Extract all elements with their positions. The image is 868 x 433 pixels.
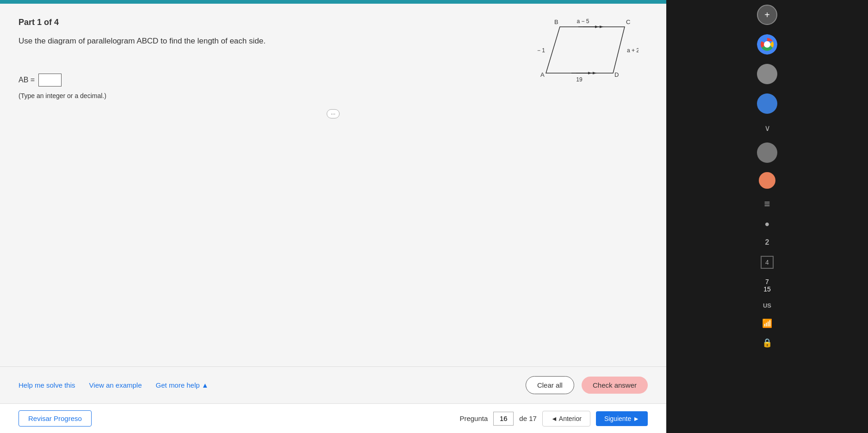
chrome-icon-gray (757, 64, 777, 84)
svg-text:A: A (540, 71, 545, 78)
clear-all-button[interactable]: Clear all (526, 376, 574, 394)
chrome-icon-colorful[interactable] (757, 34, 777, 55)
chevron-down-icon[interactable]: ∨ (764, 123, 770, 133)
get-more-help-link[interactable]: Get more help ▲ (156, 381, 209, 389)
siguiente-button[interactable]: Siguiente ► (596, 411, 648, 426)
badge-4: 4 (761, 256, 774, 269)
check-answer-button[interactable]: Check answer (582, 377, 648, 394)
right-sidebar: + ∨ ≡ ● 2 4 715 US 📶 🔒 (666, 0, 868, 433)
ab-label: AB = (19, 76, 35, 84)
pregunta-label: Pregunta (459, 414, 488, 422)
diagram: A B C D a − 5 19 2a − 1 a + 23 (537, 13, 639, 87)
anterior-button[interactable]: ◄ Anterior (542, 411, 590, 427)
svg-text:a − 5: a − 5 (577, 18, 589, 25)
page-number-input[interactable] (493, 412, 514, 426)
chrome-icon-blue (757, 93, 777, 114)
view-example-link[interactable]: View an example (89, 381, 142, 389)
us-label: US (763, 302, 771, 309)
svg-marker-0 (546, 27, 625, 73)
chrome-circle-top[interactable]: + (757, 5, 777, 25)
svg-text:C: C (626, 19, 630, 25)
svg-text:B: B (554, 19, 558, 25)
lock-icon: 🔒 (762, 338, 772, 348)
chrome-icon-gray2 (757, 142, 777, 163)
chrome-icon-orange (759, 172, 775, 189)
answer-hint: (Type an integer or a decimal.) (19, 92, 648, 99)
svg-text:19: 19 (576, 76, 583, 83)
badge-2: 2 (765, 238, 769, 247)
svg-text:a + 23: a + 23 (627, 47, 639, 54)
sidebar-number-7-15: 715 (763, 278, 771, 293)
svg-point-15 (764, 41, 770, 48)
question-text: Use the diagram of parallelogram ABCD to… (19, 37, 342, 46)
revisar-progreso-button[interactable]: Revisar Progreso (19, 410, 92, 427)
expand-dots[interactable]: ··· (327, 109, 340, 118)
dot-icon: ● (765, 219, 770, 229)
svg-text:2a − 1: 2a − 1 (537, 47, 545, 54)
total-pages-label: de 17 (519, 414, 537, 422)
pagination-bar: Revisar Progreso Pregunta de 17 ◄ Anteri… (0, 403, 666, 433)
bottom-actions-bar: Help me solve this View an example Get m… (0, 366, 666, 403)
menu-icon[interactable]: ≡ (764, 198, 770, 210)
ab-input[interactable] (38, 74, 62, 87)
svg-text:D: D (614, 71, 619, 78)
wifi-icon: 📶 (762, 318, 772, 328)
help-me-solve-link[interactable]: Help me solve this (19, 381, 75, 389)
